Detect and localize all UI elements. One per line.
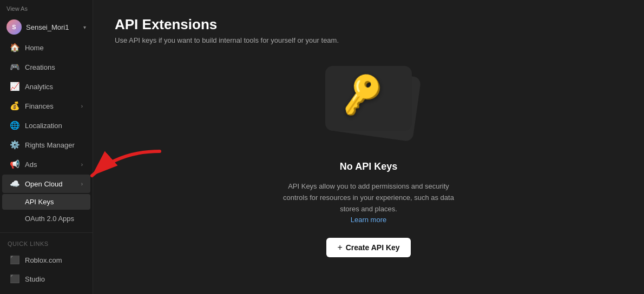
page-subtitle: Use API keys if you want to build intern… bbox=[115, 36, 622, 44]
sidebar-item-label: Studio bbox=[25, 275, 83, 283]
sidebar-item-open-cloud[interactable]: ☁️ Open Cloud › bbox=[2, 175, 90, 193]
subitem-label: OAuth 2.0 Apps bbox=[25, 215, 74, 223]
home-icon: 🏠 bbox=[10, 43, 19, 52]
sidebar-subitem-oauth-apps[interactable]: OAuth 2.0 Apps bbox=[2, 211, 90, 226]
creations-icon: 🎮 bbox=[10, 62, 19, 72]
create-api-key-button[interactable]: + Create API Key bbox=[326, 238, 410, 257]
key-icon: 🔑 bbox=[338, 74, 386, 115]
sidebar-item-label: Open Cloud bbox=[25, 180, 76, 188]
view-as-label: View As bbox=[0, 0, 93, 16]
key-card-front: 🔑 bbox=[325, 66, 412, 131]
sidebar-item-finances[interactable]: 💰 Finances › bbox=[2, 97, 90, 115]
sidebar-item-localization[interactable]: 🌐 Localization bbox=[2, 116, 90, 135]
subitem-label: API Keys bbox=[25, 198, 54, 206]
sidebar-item-label: Roblox.com bbox=[25, 256, 83, 264]
empty-state: 🔑 No API Keys API Keys allow you to add … bbox=[115, 61, 622, 279]
sidebar-item-label: Analytics bbox=[25, 83, 83, 91]
sidebar-item-home[interactable]: 🏠 Home bbox=[2, 38, 90, 57]
learn-more-link[interactable]: Learn more bbox=[351, 216, 386, 224]
plus-icon: + bbox=[337, 243, 342, 252]
sidebar-item-studio[interactable]: ⬛ Studio bbox=[2, 270, 90, 288]
main-content: API Extensions Use API keys if you want … bbox=[93, 0, 644, 294]
sidebar-item-rights-manager[interactable]: ⚙️ Rights Manager bbox=[2, 136, 90, 154]
finances-icon: 💰 bbox=[10, 101, 19, 111]
rights-manager-icon: ⚙️ bbox=[10, 140, 19, 150]
chevron-down-icon: ▾ bbox=[83, 24, 86, 30]
analytics-icon: 📈 bbox=[10, 82, 19, 91]
username: Sensei_Mori1 bbox=[26, 23, 79, 31]
avatar: S bbox=[6, 19, 22, 35]
empty-state-description: API Keys allow you to add permissions an… bbox=[277, 181, 461, 226]
localization-icon: 🌐 bbox=[10, 121, 19, 130]
quick-links-section: QUICK LINKS ⬛ Roblox.com ⬛ Studio bbox=[0, 232, 93, 294]
key-illustration: 🔑 bbox=[314, 61, 423, 147]
studio-icon: ⬛ bbox=[10, 274, 19, 284]
sidebar-item-label: Rights Manager bbox=[25, 141, 83, 149]
sidebar-item-ads[interactable]: 📢 Ads › bbox=[2, 155, 90, 173]
sidebar-item-label: Home bbox=[25, 44, 83, 52]
chevron-down-icon: › bbox=[81, 103, 83, 109]
sidebar-item-analytics[interactable]: 📈 Analytics bbox=[2, 77, 90, 96]
chevron-down-icon: › bbox=[81, 162, 83, 168]
sidebar-item-creations[interactable]: 🎮 Creations bbox=[2, 58, 90, 76]
sidebar: View As S Sensei_Mori1 ▾ 🏠 Home 🎮 Creati… bbox=[0, 0, 93, 294]
quick-links-label: QUICK LINKS bbox=[0, 238, 93, 250]
view-as-user[interactable]: S Sensei_Mori1 ▾ bbox=[0, 16, 93, 38]
sidebar-item-label: Ads bbox=[25, 161, 76, 169]
sidebar-item-label: Creations bbox=[25, 63, 83, 71]
sidebar-item-roblox[interactable]: ⬛ Roblox.com bbox=[2, 251, 90, 269]
empty-state-title: No API Keys bbox=[340, 161, 397, 172]
ads-icon: 📢 bbox=[10, 159, 19, 169]
page-title: API Extensions bbox=[115, 16, 622, 33]
sidebar-item-label: Finances bbox=[25, 102, 76, 110]
roblox-icon: ⬛ bbox=[10, 255, 19, 265]
sidebar-item-label: Localization bbox=[25, 122, 83, 130]
sidebar-subitem-api-keys[interactable]: API Keys bbox=[2, 194, 90, 210]
open-cloud-icon: ☁️ bbox=[10, 179, 19, 189]
chevron-down-icon: › bbox=[81, 181, 83, 187]
